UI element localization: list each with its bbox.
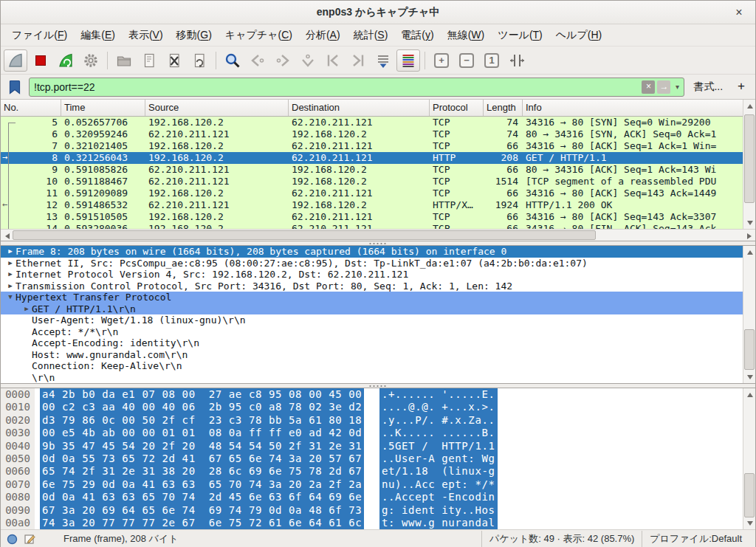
detail-row[interactable]: User-Agent: Wget/1.18 (linux-gnu)\r\n — [1, 314, 743, 326]
cell-length[interactable]: 1514 — [484, 176, 523, 188]
zoom-out-button[interactable]: − — [455, 49, 478, 72]
next-packet-button[interactable] — [271, 49, 295, 72]
detail-row[interactable]: Connection: Keep-Alive\r\n — [1, 360, 743, 372]
cell-info[interactable]: 80 → 34316 [SYN, ACK] Seq=0 Ack=1 — [523, 128, 743, 140]
hex-bytes[interactable]: d3 79 86 0c 00 50 2f cf 23 c3 78 bb 5a 6… — [40, 414, 364, 427]
scrollbar-thumb[interactable] — [744, 114, 755, 203]
zoom-in-button[interactable]: + — [430, 49, 453, 72]
column-header[interactable]: Length — [484, 100, 523, 116]
cell-protocol[interactable]: HTTP/X… — [430, 199, 484, 211]
detail-row[interactable]: ▶Ethernet II, Src: PcsCompu_ae:c8:95 (08… — [1, 258, 743, 269]
capture-comment-icon[interactable] — [24, 533, 35, 545]
cell-destination[interactable]: 62.210.211.121 — [289, 211, 430, 223]
expander-icon[interactable] — [21, 314, 32, 326]
column-header[interactable]: Info — [523, 100, 743, 116]
menu-item[interactable]: 分析(A) — [299, 26, 347, 45]
filter-bookmark-button[interactable] — [5, 78, 24, 97]
expander-icon[interactable]: ▼ — [5, 292, 16, 303]
hex-ascii[interactable]: .5GET / HTTP/1.1 — [379, 440, 498, 453]
expander-icon[interactable] — [21, 326, 32, 338]
cell-length[interactable]: 66 — [484, 164, 523, 176]
expander-icon[interactable]: ▶ — [5, 281, 16, 292]
cell-destination[interactable]: 192.168.120.2 — [289, 164, 430, 176]
hex-ascii[interactable]: ..K..... ......B. — [379, 427, 498, 439]
hex-bytes[interactable]: 74 3a 20 77 77 77 2e 67 6e 75 72 61 6e 6… — [40, 517, 364, 529]
cell-time[interactable]: 0.591510505 — [61, 211, 145, 223]
packet-list-hscrollbar[interactable] — [1, 229, 755, 241]
hex-ascii[interactable]: .+...... '.....E. — [379, 388, 498, 401]
scroll-up-button[interactable] — [744, 247, 755, 258]
expander-icon[interactable] — [21, 349, 32, 361]
detail-row[interactable]: \r\n — [1, 372, 743, 384]
cell-info[interactable]: 34316 → 80 [SYN] Seq=0 Win=29200 — [523, 117, 743, 128]
cell-time[interactable]: 0.321256043 — [61, 152, 145, 164]
auto-scroll-button[interactable] — [371, 49, 395, 72]
hex-bytes[interactable]: 00 c2 c3 aa 40 00 40 06 2b 95 c0 a8 78 0… — [40, 401, 364, 413]
expander-icon[interactable] — [21, 337, 32, 349]
cell-info[interactable]: 80 → 34316 [ACK] Seq=1 Ack=143 Wi — [523, 164, 743, 176]
capture-options-button[interactable] — [79, 49, 103, 72]
profile-text[interactable]: プロファイル:Default — [642, 531, 749, 547]
hex-bytes[interactable]: 0d 0a 55 73 65 72 2d 41 67 65 6e 74 3a 2… — [40, 453, 364, 465]
close-icon[interactable]: × — [732, 5, 746, 20]
packet-row[interactable]: 10 0.591188467 62.210.211.121 192.168.12… — [1, 176, 743, 188]
menu-item[interactable]: 統計(S) — [347, 26, 395, 45]
detail-row[interactable]: ▼Hypertext Transfer Protocol — [1, 292, 743, 303]
hex-bytes[interactable]: 67 3a 20 69 64 65 6e 74 69 74 79 0d 0a 4… — [40, 504, 364, 517]
hex-bytes[interactable]: 0d 0a 41 63 63 65 70 74 2d 45 6e 63 6f 6… — [40, 491, 364, 503]
hex-bytes[interactable]: 6e 75 29 0d 0a 41 63 63 65 70 74 3a 20 2… — [40, 478, 364, 491]
zoom-original-button[interactable]: 1 — [480, 49, 504, 72]
find-packet-button[interactable] — [221, 49, 244, 72]
packet-row[interactable]: 6 0.320959246 62.210.211.121 192.168.120… — [1, 128, 743, 140]
cell-length[interactable]: 1924 — [484, 199, 523, 211]
menu-item[interactable]: ヘルプ(H) — [549, 26, 608, 45]
details-vscrollbar[interactable] — [743, 246, 755, 383]
hex-ascii[interactable]: et/1.18 (linux-g — [379, 465, 498, 478]
colorize-packets-button[interactable] — [396, 49, 420, 72]
cell-destination[interactable]: 62.210.211.121 — [289, 188, 430, 199]
scroll-up-button[interactable] — [744, 100, 755, 111]
cell-no[interactable]: 13 — [1, 211, 61, 223]
filter-apply-icon[interactable]: → — [657, 80, 670, 94]
hex-ascii[interactable]: g: ident ity..Hos — [379, 504, 498, 517]
detail-row[interactable]: ▶GET / HTTP/1.1\r\n — [1, 303, 743, 315]
detail-row[interactable]: ▶Transmission Control Protocol, Src Port… — [1, 281, 743, 292]
hex-ascii[interactable]: ..User-A gent: Wg — [379, 453, 498, 465]
packet-row[interactable]: 7 0.321021405 192.168.120.2 62.210.211.1… — [1, 140, 743, 152]
detail-row[interactable]: ▶Internet Protocol Version 4, Src: 192.1… — [1, 269, 743, 281]
reload-file-button[interactable] — [188, 49, 211, 72]
menu-item[interactable]: 表示(V) — [122, 26, 170, 45]
menu-item[interactable]: キャプチャ(C) — [219, 26, 299, 45]
cell-no[interactable]: →8 — [1, 152, 61, 164]
cell-length[interactable]: 66 — [484, 140, 523, 152]
packet-row[interactable]: 13 0.591510505 192.168.120.2 62.210.211.… — [1, 211, 743, 223]
scroll-down-button[interactable] — [744, 371, 755, 382]
cell-protocol[interactable]: TCP — [430, 164, 484, 176]
cell-source[interactable]: 62.210.211.121 — [145, 128, 289, 140]
cell-no[interactable]: 10 — [1, 176, 61, 188]
hex-ascii[interactable]: ....@.@. +...x.>. — [379, 401, 498, 413]
stop-capture-button[interactable] — [29, 49, 52, 72]
cell-protocol[interactable]: TCP — [430, 128, 484, 140]
cell-no[interactable]: 7 — [1, 140, 61, 152]
cell-length[interactable]: 74 — [484, 117, 523, 128]
cell-destination[interactable]: 62.210.211.121 — [289, 117, 430, 128]
cell-source[interactable]: 192.168.120.2 — [145, 140, 289, 152]
hex-ascii[interactable]: ..Accept -Encodin — [379, 491, 498, 503]
menu-item[interactable]: 移動(G) — [170, 26, 219, 45]
cell-info[interactable]: 34316 → 80 [ACK] Seq=143 Ack=3307 — [523, 211, 743, 223]
cell-info[interactable]: [TCP segment of a reassembled PDU — [523, 176, 743, 188]
column-header[interactable]: Time — [61, 100, 145, 116]
cell-protocol[interactable]: HTTP — [430, 152, 484, 164]
last-packet-button[interactable] — [346, 49, 370, 72]
cell-info[interactable]: GET / HTTP/1.1 — [523, 152, 743, 164]
cell-destination[interactable]: 192.168.120.2 — [289, 199, 430, 211]
packet-list-vscrollbar[interactable] — [743, 100, 755, 229]
packet-row[interactable]: 9 0.591085826 62.210.211.121 192.168.120… — [1, 164, 743, 176]
menu-item[interactable]: 無線(W) — [441, 26, 492, 45]
cell-time[interactable]: 0.591085826 — [61, 164, 145, 176]
cell-source[interactable]: 62.210.211.121 — [145, 199, 289, 211]
cell-protocol[interactable]: TCP — [430, 140, 484, 152]
cell-no[interactable]: ←12 — [1, 199, 61, 211]
menu-item[interactable]: 電話(y) — [394, 26, 440, 45]
